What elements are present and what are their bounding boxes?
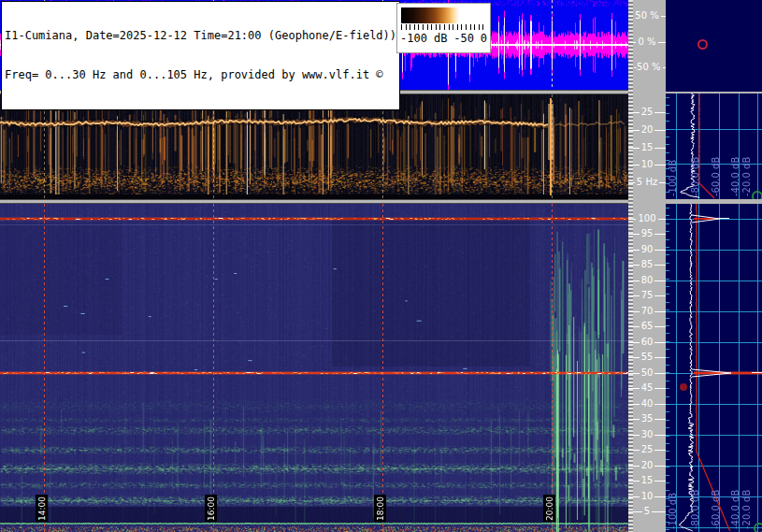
freq-axis-105hz-label-3: 85 — [628, 260, 666, 269]
freq-axis-105hz-label-9: 55 — [628, 352, 666, 362]
db-scale-label-2: -60.0 dB — [712, 157, 721, 196]
db-scale-label-4: -20.0 dB — [742, 157, 752, 196]
freq-axis-105hz-label-12: 40 — [628, 399, 666, 409]
percent-axis-label-0: 50 % — [628, 11, 666, 21]
freq-axis-105hz-label-8: 60 — [628, 338, 666, 347]
freq-axis-30hz-label-4: 5 Hz — [628, 178, 666, 187]
spectrogram-0-105hz-canvas — [0, 204, 628, 532]
red-ring-marker-icon — [697, 39, 708, 50]
title-line-2: Freq= 0...30 Hz and 0...105 Hz, provided… — [5, 68, 396, 81]
spectrum-panel-0-30hz: -100 dB-80.0 dB-60.0 dB-40.0 dB-20.0 dB — [666, 93, 762, 199]
freq-axis-105hz-label-4: 80 — [628, 276, 666, 285]
title-box: I1-Cumiana, Date=2025-12-12 Time=21:00 (… — [1, 1, 400, 110]
db-scale-label-1: -80.0 dB — [691, 490, 700, 529]
time-label-1600: 16:00 — [205, 495, 217, 522]
freq-axis-105hz-label-19: 5 — [628, 507, 666, 516]
freq-axis-105hz-label-14: 30 — [628, 430, 666, 439]
db-scale-label-0: -100 dB — [669, 493, 678, 529]
time-label-2000: 20:00 — [543, 495, 555, 522]
freq-axis-105hz-label-2: 90 — [628, 245, 666, 254]
db-scale-label-0: -100 dB — [669, 160, 678, 196]
freq-axis-105hz-label-5: 75 — [628, 291, 666, 300]
freq-axis-105hz-label-0: 100 — [628, 214, 666, 223]
percent-axis-label-2: -50 % — [628, 63, 666, 72]
freq-axis-105hz-label-7: 65 — [628, 322, 666, 331]
freq-axis-105hz-label-13: 35 — [628, 414, 666, 424]
colorbar-legend: -100 dB -50 0 — [396, 3, 491, 53]
colorbar-min-label: -100 dB — [400, 32, 448, 45]
separator-middle — [0, 199, 628, 204]
db-scale-label-3: -40.0 dB — [731, 490, 740, 529]
freq-axis-105hz-label-10: 50 — [628, 368, 666, 378]
freq-axis-105hz-label-15: 25 — [628, 445, 666, 454]
time-label-1400: 14:00 — [36, 495, 48, 522]
colorbar-max-label: 0 — [481, 32, 487, 45]
freq-axis-105hz-label-18: 10 — [628, 492, 666, 501]
percent-axis-label-1: 0 % — [628, 37, 666, 47]
spectrum-curve-canvas-0-105hz — [666, 204, 762, 532]
freq-axis-105hz-label-17: 15 — [628, 476, 666, 485]
freq-axis-30hz-label-2: 15 — [628, 143, 666, 152]
vlf-monitor-screen: I1-Cumiana, Date=2025-12-12 Time=21:00 (… — [0, 0, 762, 532]
db-scale-label-4: -20.0 dB — [742, 490, 752, 529]
db-scale-label-1: -80.0 dB — [691, 157, 700, 196]
freq-axis-105hz-label-1: 95 — [628, 229, 666, 238]
marker-panel — [666, 0, 762, 92]
colorbar-mid-label: -50 — [453, 32, 474, 45]
frequency-axis-band: 50 %0 %-50 %252015105 Hz1009590858075706… — [628, 0, 666, 532]
colorbar-ticks — [401, 24, 486, 30]
freq-axis-105hz-label-16: 20 — [628, 461, 666, 470]
colorbar-labels: -100 dB -50 0 — [400, 32, 487, 45]
freq-axis-30hz-label-0: 25 — [628, 108, 666, 117]
freq-axis-105hz-label-6: 70 — [628, 307, 666, 316]
freq-axis-30hz-label-1: 20 — [628, 125, 666, 135]
colorbar-gradient — [401, 7, 486, 23]
spectrum-panel-0-105hz: -100 dB-80.0 dB-60.0 dB-40.0 dB-20.0 dB — [666, 204, 762, 532]
title-line-1: I1-Cumiana, Date=2025-12-12 Time=21:00 (… — [5, 29, 396, 42]
freq-axis-30hz-label-3: 10 — [628, 160, 666, 169]
db-scale-label-3: -40.0 dB — [731, 157, 740, 196]
db-scale-label-2: -60.0 dB — [712, 490, 721, 529]
time-label-1800: 18:00 — [374, 495, 386, 522]
freq-axis-105hz-label-11: 45 — [628, 383, 666, 393]
